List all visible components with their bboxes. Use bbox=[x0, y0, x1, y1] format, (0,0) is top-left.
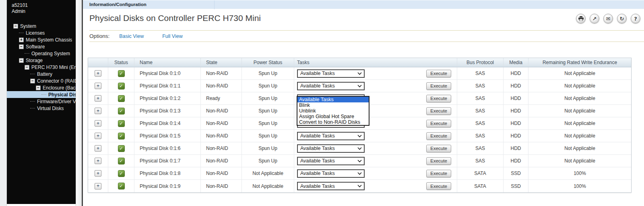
help-icon[interactable]: ? bbox=[631, 14, 640, 23]
sidebar-item-operating-system[interactable]: Operating System bbox=[7, 50, 76, 57]
expand-row-button[interactable]: + bbox=[95, 133, 101, 139]
expand-row-button[interactable]: + bbox=[95, 70, 101, 77]
expand-row-button[interactable]: + bbox=[95, 145, 101, 152]
execute-button[interactable]: Execute bbox=[426, 132, 451, 140]
dropdown-option-available-tasks[interactable]: Available Tasks bbox=[297, 97, 369, 102]
disk-bus-protocol: SAS bbox=[457, 130, 504, 142]
sidebar-item-virtual-disks[interactable]: Virtual Disks bbox=[7, 105, 76, 112]
tasks-select[interactable]: Available Tasks bbox=[297, 169, 365, 178]
status-ok-icon: ✓ bbox=[118, 183, 125, 189]
tree-connector bbox=[30, 101, 35, 102]
disk-name: Physical Disk 0:1:3 bbox=[134, 105, 201, 117]
sidebar-item-main-system-chassis[interactable]: + Main System Chassis bbox=[7, 36, 76, 43]
disk-name: Physical Disk 0:1:1 bbox=[134, 80, 201, 92]
header-expand bbox=[88, 58, 108, 67]
collapse-toggle-icon[interactable]: − bbox=[36, 85, 41, 90]
print-icon[interactable] bbox=[576, 14, 586, 23]
disk-bus-protocol: SAS bbox=[457, 142, 504, 154]
sidebar-item-label: Licenses bbox=[26, 30, 45, 36]
page-title: Physical Disks on Controller PERC H730 M… bbox=[89, 13, 261, 23]
execute-button[interactable]: Execute bbox=[426, 70, 451, 77]
status-ok-icon: ✓ bbox=[118, 170, 125, 177]
sidebar-item-system[interactable]: − System bbox=[7, 23, 76, 29]
sidebar-item-perc-h730-mini[interactable]: − PERC H730 Mini (Emb bbox=[7, 64, 76, 71]
expand-row-button[interactable]: + bbox=[95, 120, 101, 127]
execute-button[interactable]: Execute bbox=[426, 95, 451, 102]
disk-bus-protocol: SAS bbox=[457, 117, 504, 129]
tasks-select[interactable]: Available Tasks bbox=[297, 144, 365, 153]
dropdown-option-assign-global-hot-spare[interactable]: Assign Global Hot Spare bbox=[297, 114, 369, 119]
execute-button[interactable]: Execute bbox=[426, 170, 451, 177]
collapse-toggle-icon[interactable]: − bbox=[25, 65, 29, 70]
sidebar-item-storage[interactable]: − Storage bbox=[7, 57, 76, 64]
expand-row-button[interactable]: + bbox=[95, 108, 101, 114]
tasks-select[interactable]: Available Tasks bbox=[297, 69, 365, 78]
expand-row-button[interactable]: + bbox=[95, 95, 101, 102]
basic-view-link[interactable]: Basic View bbox=[119, 33, 144, 39]
sidebar-scrollbar[interactable] bbox=[76, 0, 82, 206]
collapse-toggle-icon[interactable]: − bbox=[19, 44, 24, 49]
execute-button[interactable]: Execute bbox=[426, 182, 451, 190]
chevron-down-icon bbox=[357, 160, 362, 162]
collapse-toggle-icon[interactable]: − bbox=[13, 24, 18, 29]
execute-button[interactable]: Execute bbox=[426, 107, 451, 115]
execute-button[interactable]: Execute bbox=[426, 120, 451, 127]
execute-button[interactable]: Execute bbox=[426, 82, 451, 90]
collapse-toggle-icon[interactable]: − bbox=[30, 79, 35, 83]
disk-media: HDD bbox=[504, 80, 528, 92]
sidebar-item-enclosure[interactable]: − Enclosure (Backp bbox=[7, 84, 76, 91]
disk-media: HDD bbox=[504, 117, 528, 129]
dropdown-option-unblink[interactable]: Unblink bbox=[297, 108, 369, 114]
tasks-select[interactable]: Available Tasks bbox=[297, 132, 365, 140]
disk-state: Non-RAID bbox=[201, 155, 242, 167]
sidebar-item-licenses[interactable]: Licenses bbox=[7, 29, 76, 36]
nav-tree: − System Licenses + Main System Chassis … bbox=[7, 23, 76, 112]
status-ok-icon: ✓ bbox=[118, 108, 125, 114]
left-gutter bbox=[0, 0, 7, 206]
tasks-select[interactable]: Available Tasks bbox=[297, 157, 365, 165]
refresh-icon[interactable]: ↻ bbox=[617, 14, 627, 23]
chevron-down-icon bbox=[357, 85, 362, 87]
sidebar-item-battery[interactable]: Battery bbox=[7, 71, 76, 77]
separator-line-bottom bbox=[89, 42, 644, 42]
disk-bus-protocol: SATA bbox=[457, 167, 504, 179]
disk-state: Non-RAID bbox=[201, 105, 242, 117]
dropdown-option-convert-to-non-raid[interactable]: Convert to Non-RAID Disks bbox=[297, 119, 369, 125]
disk-power-status: Spun Up bbox=[242, 117, 294, 129]
export-icon[interactable]: ↗ bbox=[590, 14, 599, 23]
tasks-select-value: Available Tasks bbox=[300, 133, 335, 139]
tasks-select[interactable]: Available Tasks bbox=[297, 182, 365, 190]
tasks-select[interactable]: Available Tasks bbox=[297, 82, 365, 90]
disk-bus-protocol: SAS bbox=[457, 67, 504, 79]
sidebar-item-label: Virtual Disks bbox=[37, 106, 64, 111]
expand-row-button[interactable]: + bbox=[95, 170, 101, 177]
dropdown-option-blink[interactable]: Blink bbox=[297, 102, 369, 108]
disk-power-status: Spun Up bbox=[242, 130, 294, 142]
sidebar-item-software[interactable]: − Software bbox=[7, 43, 76, 50]
header-endurance: Remaining Rated Write Endurance bbox=[528, 58, 631, 67]
tab-information-configuration[interactable]: Information/Configuration bbox=[83, 0, 215, 9]
sidebar-item-label: Storage bbox=[26, 58, 43, 63]
expand-row-button[interactable]: + bbox=[95, 158, 101, 164]
disk-name: Physical Disk 0:1:5 bbox=[134, 130, 201, 142]
sidebar-item-connector-0[interactable]: − Connector 0 (RAID) bbox=[7, 77, 76, 84]
collapse-toggle-icon[interactable]: − bbox=[19, 58, 24, 63]
execute-button[interactable]: Execute bbox=[426, 145, 451, 152]
email-icon[interactable]: ✉ bbox=[603, 14, 613, 23]
disk-media: HDD bbox=[504, 67, 528, 79]
full-view-link[interactable]: Full View bbox=[162, 33, 182, 39]
expand-row-button[interactable]: + bbox=[95, 183, 101, 189]
sidebar-item-firmware-driver-versions[interactable]: Firmware/Driver Ve bbox=[7, 98, 76, 105]
sidebar-item-physical-disks[interactable]: Physical Disk bbox=[7, 91, 76, 98]
disk-endurance: Not Applicable bbox=[528, 67, 631, 79]
options-label: Options: bbox=[89, 33, 109, 39]
expand-toggle-icon[interactable]: + bbox=[19, 37, 24, 42]
table-row: + ✓ Physical Disk 0:1:9 Non-RAID Not App… bbox=[88, 180, 631, 192]
status-ok-icon: ✓ bbox=[118, 120, 125, 127]
disk-media: HDD bbox=[504, 155, 528, 167]
disk-power-status: Not Applicable bbox=[242, 167, 294, 179]
expand-row-button[interactable]: + bbox=[95, 83, 101, 89]
status-ok-icon: ✓ bbox=[118, 145, 125, 152]
execute-button[interactable]: Execute bbox=[426, 157, 451, 165]
disk-bus-protocol: SAS bbox=[457, 105, 504, 117]
